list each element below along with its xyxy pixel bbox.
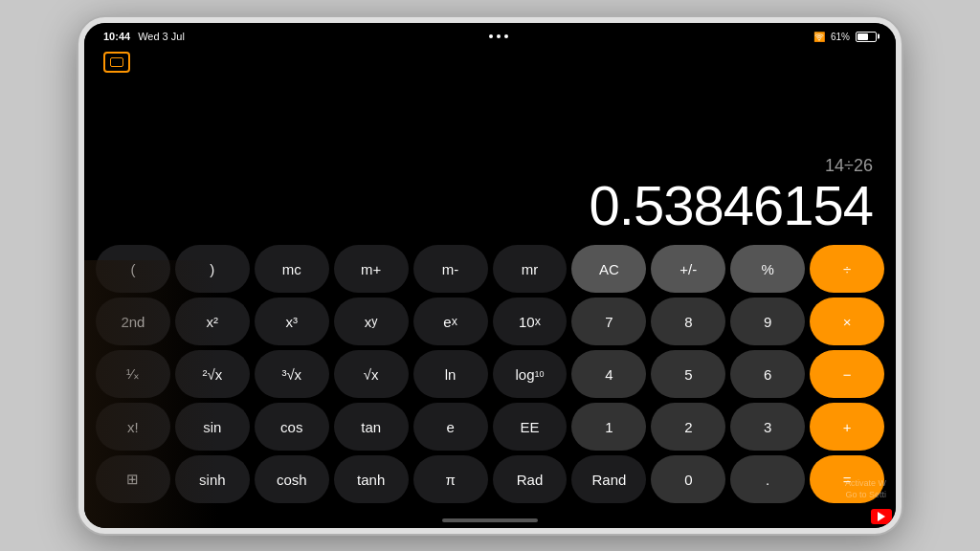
status-bar: 10:44 Wed 3 Jul 🛜 61% bbox=[84, 23, 896, 50]
activate-watermark: Activate W Go to Setti bbox=[845, 477, 886, 501]
btn-3[interactable]: 3 bbox=[730, 403, 805, 451]
yt-triangle bbox=[878, 512, 885, 521]
btn-tanh[interactable]: tanh bbox=[334, 455, 409, 503]
btn-2nd[interactable]: 2nd bbox=[96, 298, 170, 345]
display-area: 14÷26 0.53846154 bbox=[84, 77, 896, 241]
btn-9[interactable]: 9 bbox=[730, 298, 805, 345]
btn-5[interactable]: 5 bbox=[651, 350, 725, 398]
btn-reciprocal[interactable]: ¹⁄ₓ bbox=[96, 350, 170, 398]
btn-ee[interactable]: EE bbox=[493, 403, 568, 451]
btn-mr[interactable]: mr bbox=[493, 245, 568, 293]
btn-8[interactable]: 8 bbox=[651, 298, 725, 345]
watermark-line2: Go to Setti bbox=[845, 489, 886, 501]
btn-ln[interactable]: ln bbox=[413, 350, 488, 398]
btn-log10[interactable]: log10 bbox=[493, 350, 568, 398]
btn-close-paren[interactable]: ) bbox=[175, 245, 250, 293]
btn-xy[interactable]: xy bbox=[334, 298, 409, 345]
btn-10x[interactable]: 10x bbox=[493, 298, 568, 345]
btn-ex[interactable]: ex bbox=[413, 298, 488, 345]
btn-sin[interactable]: sin bbox=[175, 403, 250, 451]
status-center bbox=[489, 34, 508, 38]
status-right: 🛜 61% bbox=[813, 32, 877, 42]
btn-open-paren[interactable]: ( bbox=[96, 245, 170, 293]
btn-4[interactable]: 4 bbox=[571, 350, 646, 398]
btn-sqrt3[interactable]: ³√x bbox=[255, 350, 329, 398]
btn-tan[interactable]: tan bbox=[334, 403, 409, 451]
home-indicator bbox=[84, 513, 896, 528]
btn-2[interactable]: 2 bbox=[651, 403, 725, 451]
battery-fill bbox=[858, 33, 868, 40]
app-icon-inner bbox=[110, 57, 123, 67]
dot2 bbox=[497, 34, 501, 38]
btn-rad[interactable]: Rad bbox=[493, 455, 568, 503]
btn-pi[interactable]: π bbox=[413, 455, 488, 503]
btn-factorial[interactable]: x! bbox=[96, 403, 170, 451]
btn-cos[interactable]: cos bbox=[255, 403, 329, 451]
btn-6[interactable]: 6 bbox=[730, 350, 805, 398]
button-row-2: 2nd x² x³ xy ex 10x 7 8 9 × bbox=[96, 298, 884, 345]
btn-e[interactable]: e bbox=[413, 403, 488, 451]
button-row-4: x! sin cos tan e EE 1 2 3 + bbox=[96, 403, 884, 451]
button-row-1: ( ) mc m+ m- mr AC +/- % ÷ bbox=[96, 245, 884, 293]
status-time: 10:44 bbox=[103, 31, 130, 42]
dot1 bbox=[489, 34, 493, 38]
status-date: Wed 3 Jul bbox=[138, 31, 185, 42]
btn-mc[interactable]: mc bbox=[255, 245, 329, 293]
battery-icon bbox=[856, 32, 877, 42]
btn-subtract[interactable]: − bbox=[810, 350, 884, 398]
btn-multiply[interactable]: × bbox=[810, 298, 884, 345]
btn-add[interactable]: + bbox=[810, 403, 884, 451]
button-row-3: ¹⁄ₓ ²√x ³√x √x ln log10 4 5 6 − bbox=[96, 350, 884, 398]
calculator-body: 14÷26 0.53846154 ( ) mc m+ m- mr AC +/- … bbox=[84, 77, 896, 513]
status-left: 10:44 Wed 3 Jul bbox=[103, 31, 185, 42]
battery-percent: 61% bbox=[831, 32, 850, 42]
app-icon-area bbox=[84, 50, 896, 77]
btn-percent[interactable]: % bbox=[730, 245, 805, 293]
btn-sinh[interactable]: sinh bbox=[175, 455, 250, 503]
tablet-frame: 10:44 Wed 3 Jul 🛜 61% 14÷26 0.53846154 bbox=[78, 17, 902, 534]
home-bar bbox=[442, 518, 538, 522]
btn-0[interactable]: 0 bbox=[651, 455, 725, 503]
watermark-line1: Activate W bbox=[845, 477, 886, 490]
btn-x3[interactable]: x³ bbox=[255, 298, 329, 345]
btn-rand[interactable]: Rand bbox=[571, 455, 646, 503]
btn-x2[interactable]: x² bbox=[175, 298, 250, 345]
btn-7[interactable]: 7 bbox=[571, 298, 646, 345]
btn-decimal[interactable]: . bbox=[730, 455, 805, 503]
main-value-display: 0.53846154 bbox=[590, 178, 873, 233]
dot3 bbox=[504, 34, 508, 38]
btn-mminus[interactable]: m- bbox=[413, 245, 488, 293]
btn-keyboard[interactable]: ⊞ bbox=[96, 455, 170, 503]
btn-divide[interactable]: ÷ bbox=[810, 245, 884, 293]
btn-cosh[interactable]: cosh bbox=[255, 455, 329, 503]
youtube-icon bbox=[871, 509, 892, 524]
btn-ac[interactable]: AC bbox=[571, 245, 646, 293]
expression-display: 14÷26 bbox=[825, 156, 873, 176]
app-icon bbox=[103, 52, 130, 73]
btn-sqrt[interactable]: √x bbox=[334, 350, 409, 398]
btn-1[interactable]: 1 bbox=[571, 403, 646, 451]
btn-mplus[interactable]: m+ bbox=[334, 245, 409, 293]
wifi-icon: 🛜 bbox=[813, 32, 825, 42]
buttons-area: ( ) mc m+ m- mr AC +/- % ÷ 2nd x² x³ xy … bbox=[84, 241, 896, 513]
button-row-5: ⊞ sinh cosh tanh π Rad Rand 0 . = bbox=[96, 455, 884, 503]
btn-plusminus[interactable]: +/- bbox=[651, 245, 725, 293]
btn-sqrt2[interactable]: ²√x bbox=[175, 350, 250, 398]
